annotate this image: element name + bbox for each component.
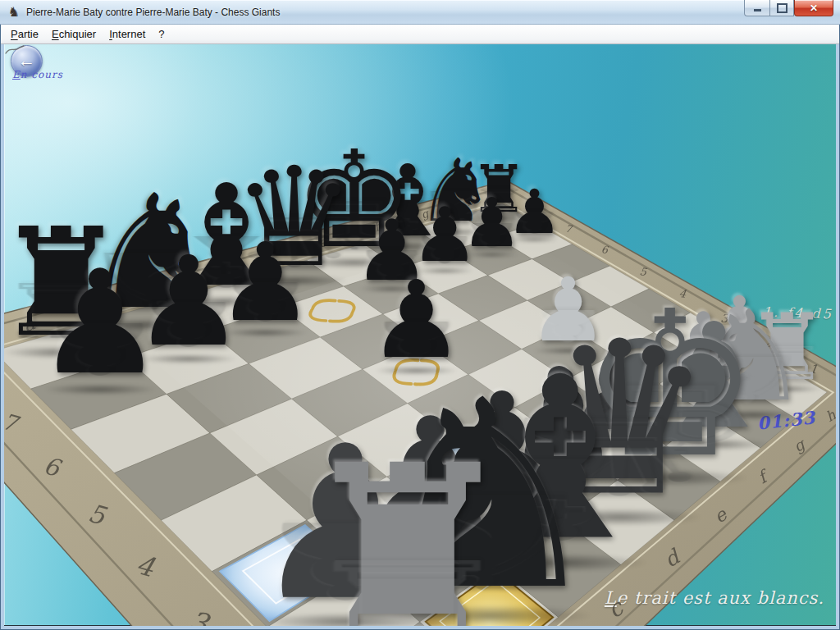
black-pawn-a7[interactable]: ♟ — [36, 255, 165, 391]
game-scene: 1122334455667788aabbccddeeffgghh♜♞♟♝♟♚♟♛… — [4, 44, 836, 626]
menu-item-?[interactable]: ? — [152, 25, 171, 43]
minimize-icon — [754, 9, 761, 11]
quill-doodle-icon — [4, 44, 25, 56]
menu-item-partie[interactable]: Partie — [4, 25, 45, 43]
restore-icon — [777, 3, 788, 13]
frame-label-5: 5 — [85, 498, 108, 530]
app-icon: ♞ — [6, 4, 22, 21]
frame-label-7: 7 — [564, 222, 573, 235]
current-game-link[interactable]: En cours — [12, 69, 63, 80]
frame-label-6: 6 — [40, 451, 62, 482]
menu-item-echiquier[interactable]: Echiquier — [45, 25, 103, 43]
menu-item-internet[interactable]: Internet — [103, 25, 152, 43]
window-controls: ✕ — [744, 0, 833, 16]
title-bar: ♞ Pierre-Marie Baty contre Pierre-Marie … — [0, 0, 840, 25]
status-text: Le trait est aux blancs. — [605, 588, 824, 608]
close-button[interactable]: ✕ — [794, 0, 833, 16]
frame-label-h: h — [824, 408, 836, 426]
chess-giants-window: ♞ Pierre-Marie Baty contre Pierre-Marie … — [0, 0, 840, 630]
close-icon: ✕ — [810, 3, 818, 13]
frame-label-6: 6 — [600, 243, 609, 256]
window-title: Pierre-Marie Baty contre Pierre-Marie Ba… — [26, 7, 280, 18]
board-objects-layer: 1122334455667788aabbccddeeffgghh♜♞♟♝♟♚♟♛… — [4, 44, 836, 626]
white-rook-a1[interactable]: ♜ — [292, 438, 524, 626]
frame-label-d: d — [660, 545, 683, 572]
restore-button[interactable] — [769, 0, 794, 16]
menu-bar: PartieEchiquierInternet? — [1, 25, 839, 44]
frame-label-3: 3 — [185, 604, 212, 626]
frame-label-7: 7 — [4, 409, 21, 437]
minimize-button[interactable] — [744, 0, 769, 16]
frame-label-g: g — [790, 436, 807, 455]
frame-label-4: 4 — [133, 549, 158, 583]
